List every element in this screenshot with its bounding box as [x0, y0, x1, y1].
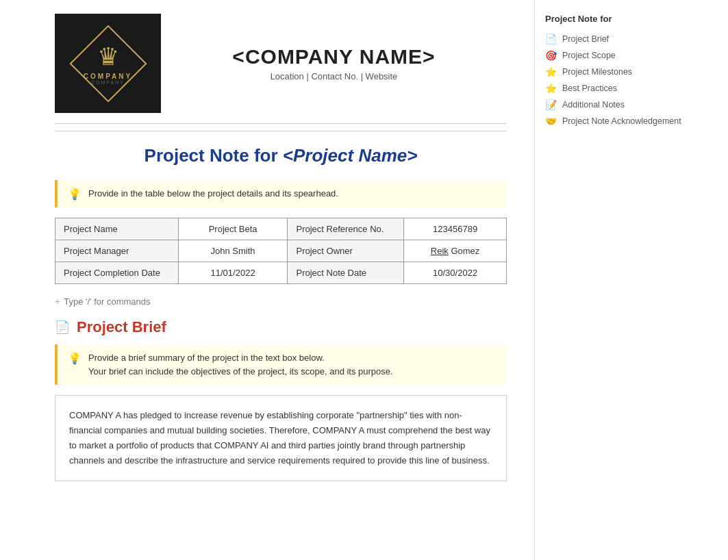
hint-line1: Provide a brief summary of the project i…: [88, 353, 325, 363]
sidebar-item-brief[interactable]: 📄 Project Brief: [545, 31, 681, 47]
sidebar-label-acknowledgement: Project Note Acknowledgement: [562, 116, 681, 126]
table-row: Project Name Project Beta Project Refere…: [55, 218, 507, 240]
title-static: Project Note for: [145, 145, 283, 166]
sidebar-icon-notes: 📝: [545, 99, 557, 110]
brief-content-text: COMPANY A has pledged to increase revenu…: [69, 410, 490, 466]
hint-box-1: 💡 Provide in the table below the project…: [55, 180, 507, 207]
company-logo: ♛ COMPANY COMPANY: [55, 14, 161, 113]
sidebar-item-best-practices[interactable]: ⭐ Best Practices: [545, 80, 681, 97]
command-plus-icon: +: [55, 296, 60, 307]
company-info: <COMPANY NAME> Location | Contact No. | …: [161, 45, 507, 81]
sidebar: Project Note for 📄 Project Brief 🎯 Proje…: [534, 0, 692, 560]
table-cell-label: Project Owner: [288, 240, 404, 262]
table-cell-value: Reik Gomez: [404, 240, 507, 262]
sidebar-label-scope: Project Scope: [562, 51, 616, 60]
sidebar-item-notes[interactable]: 📝 Additional Notes: [545, 97, 681, 113]
sidebar-item-scope[interactable]: 🎯 Project Scope: [545, 47, 681, 64]
table-row: Project Manager John Smith Project Owner…: [55, 240, 507, 262]
sidebar-label-best-practices: Best Practices: [562, 84, 617, 93]
hint-icon-brief: 💡: [68, 352, 81, 365]
command-input[interactable]: [64, 296, 201, 307]
project-details-table: Project Name Project Beta Project Refere…: [55, 218, 507, 284]
table-cell-value: 123456789: [404, 218, 507, 240]
owner-last-name: Gomez: [451, 246, 479, 256]
header-divider: [55, 131, 507, 131]
table-cell-value: John Smith: [178, 240, 288, 262]
hint-line2: Your brief can include the objectives of…: [88, 366, 393, 377]
hint-box-brief: 💡 Provide a brief summary of the project…: [55, 344, 507, 385]
sidebar-label-brief: Project Brief: [562, 34, 609, 44]
table-cell-value: 10/30/2022: [404, 262, 507, 284]
logo-company-text: COMPANY: [84, 73, 132, 80]
brief-section-title: Project Brief: [77, 318, 166, 336]
section-brief-heading: 📄 Project Brief: [55, 318, 507, 336]
logo-crown-icon: ♛: [84, 42, 132, 71]
table-cell-label: Project Note Date: [288, 262, 404, 284]
logo-subtext: COMPANY: [84, 80, 132, 85]
sidebar-icon-brief: 📄: [545, 34, 557, 44]
table-row: Project Completion Date 11/01/2022 Proje…: [55, 262, 507, 284]
project-note-title: Project Note for <Project Name>: [55, 145, 507, 166]
table-cell-label: Project Manager: [55, 240, 179, 262]
table-cell-label: Project Completion Date: [55, 262, 179, 284]
table-cell-label: Project Reference No.: [288, 218, 404, 240]
sidebar-label-milestones: Project Milestones: [562, 67, 632, 77]
sidebar-icon-milestones: ⭐: [545, 66, 557, 77]
table-cell-label: Project Name: [55, 218, 179, 240]
brief-section-icon: 📄: [55, 320, 70, 335]
company-details: Location | Contact No. | Website: [161, 71, 507, 81]
sidebar-label-notes: Additional Notes: [562, 100, 625, 110]
hint-text-brief: Provide a brief summary of the project i…: [88, 351, 393, 378]
brief-content-box[interactable]: COMPANY A has pledged to increase revenu…: [55, 395, 507, 481]
sidebar-item-acknowledgement[interactable]: 🤝 Project Note Acknowledgement: [545, 113, 681, 129]
sidebar-icon-best-practices: ⭐: [545, 83, 557, 94]
title-italic: <Project Name>: [283, 145, 418, 166]
hint-icon-1: 💡: [68, 188, 81, 201]
main-content: ♛ COMPANY COMPANY <COMPANY NAME> Locatio…: [0, 0, 534, 560]
company-name: <COMPANY NAME>: [161, 45, 507, 68]
sidebar-item-milestones[interactable]: ⭐ Project Milestones: [545, 64, 681, 80]
command-prompt[interactable]: +: [55, 294, 507, 308]
owner-first-name: Reik: [431, 246, 449, 256]
sidebar-icon-acknowledgement: 🤝: [545, 116, 557, 127]
table-cell-value: 11/01/2022: [178, 262, 288, 284]
sidebar-title: Project Note for: [545, 14, 681, 24]
page-header: ♛ COMPANY COMPANY <COMPANY NAME> Locatio…: [55, 14, 507, 124]
sidebar-icon-scope: 🎯: [545, 50, 557, 61]
logo-inner: ♛ COMPANY COMPANY: [84, 42, 132, 85]
hint-text-1: Provide in the table below the project d…: [88, 187, 338, 201]
table-cell-value: Project Beta: [178, 218, 288, 240]
